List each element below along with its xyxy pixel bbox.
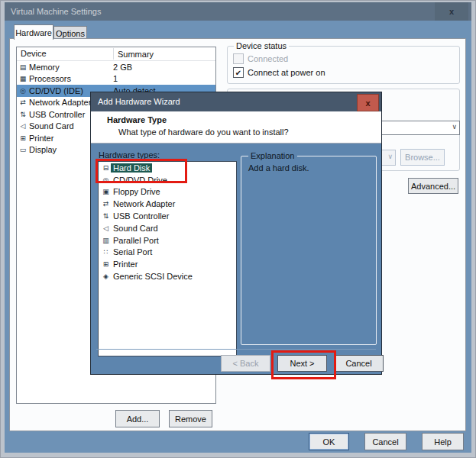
add-device-button[interactable]: Add... [115,410,160,427]
hardware-type-label: Generic SCSI Device [111,272,195,281]
add-hardware-wizard-dialog: Add Hardware Wizard x Hardware Type What… [90,92,382,375]
wizard-cancel-button[interactable]: Cancel [334,355,384,372]
hardware-type-label: Network Adapter [111,199,177,208]
device-list-header[interactable]: Device Summary [17,47,215,61]
annotation-box-next [271,350,336,379]
hardware-type-label: Sound Card [111,224,160,233]
back-button: < Back [221,355,270,372]
ok-button[interactable]: OK [309,433,349,450]
window-title: Virtual Machine Settings [11,2,101,21]
list-item[interactable]: ⇄Network Adapter [99,198,236,210]
device-status-label: Device status [234,41,289,50]
hardware-type-label: Floppy Drive [111,187,163,196]
remove-device-button[interactable]: Remove [169,410,212,427]
device-name: Memory [28,63,108,72]
hardware-type-label: USB Controller [111,211,171,221]
list-item[interactable]: ◈Generic SCSI Device [99,270,236,282]
wizard-header: Hardware Type What type of hardware do y… [91,111,381,144]
browse-button: Browse... [400,149,445,166]
column-header-summary[interactable]: Summary [114,50,215,59]
hardware-type-label: Printer [111,260,140,269]
disabled-combobox: ∨ [381,150,396,166]
explanation-label: Explanation [248,151,297,160]
usb-icon: ⇅ [101,212,111,220]
wizard-titlebar[interactable]: Add Hardware Wizard [91,92,381,111]
list-item[interactable]: ▣Floppy Drive [99,186,236,198]
connected-checkbox-row[interactable]: Connected [233,53,288,64]
list-item[interactable]: ▥Parallel Port [99,234,236,247]
explanation-group: Explanation Add a hard disk. [241,156,377,345]
hardware-type-label: Parallel Port [111,236,161,245]
chevron-down-icon[interactable]: ∨ [452,123,457,131]
window-titlebar[interactable]: Virtual Machine Settings x [5,2,471,21]
device-status-group: Device status Connected Connect at power… [227,46,460,84]
processor-icon: ▦ [18,75,28,82]
hardware-type-label: Serial Port [111,247,154,256]
network-adapter-icon: ⇄ [101,200,111,208]
list-item[interactable]: ⊞Printer [99,258,236,270]
wizard-header-subtitle: What type of hardware do you want to ins… [118,127,289,137]
connect-power-checkbox-row[interactable]: Connect at power on [233,67,325,78]
cd-dvd-icon: ◎ [18,87,28,95]
connected-checkbox-label: Connected [248,54,288,63]
column-header-device[interactable]: Device [17,48,114,60]
connect-power-checkbox-label: Connect at power on [248,68,325,77]
tab-hardware[interactable]: Hardware [14,24,53,40]
connected-checkbox[interactable] [233,53,244,64]
parallel-port-icon: ▥ [101,237,111,244]
printer-icon: ⊞ [18,134,28,142]
device-name: Processors [28,74,108,83]
generic-scsi-icon: ◈ [101,273,111,280]
list-item[interactable]: ⇅USB Controller [99,210,236,222]
memory-icon: ▤ [18,63,28,71]
annotation-box-hard-disk [96,159,187,183]
device-summary: 2 GB [108,63,215,72]
connection-combobox[interactable]: ∨ [369,121,460,135]
list-item[interactable]: ◁Sound Card [99,222,236,234]
virtual-machine-settings-window: Virtual Machine Settings x Hardware Opti… [0,0,476,458]
usb-icon: ⇅ [18,111,28,118]
hardware-types-list[interactable]: ⊟Hard Disk◎CD/DVD Drive▣Floppy Drive⇄Net… [98,161,237,356]
display-icon: ▭ [18,146,28,153]
help-button[interactable]: Help [422,433,464,450]
floppy-drive-icon: ▣ [101,188,111,195]
device-summary: 1 [108,74,215,83]
wizard-separator [96,349,376,350]
advanced-button[interactable]: Advanced... [408,178,458,194]
wizard-header-title: Hardware Type [107,115,167,124]
cancel-button[interactable]: Cancel [364,433,406,450]
wizard-close-icon[interactable]: x [357,94,379,111]
explanation-text: Add a hard disk. [248,163,309,173]
window-close-icon[interactable]: x [435,2,468,21]
connect-power-checkbox[interactable] [233,67,244,78]
list-item[interactable]: ∷Serial Port [99,247,236,259]
network-adapter-icon: ⇄ [18,98,28,106]
table-row[interactable]: ▦Processors1 [17,73,215,85]
sound-icon: ◁ [18,122,28,130]
table-row[interactable]: ▤Memory2 GB [17,61,215,73]
chevron-down-icon: ∨ [387,153,393,160]
printer-icon: ⊞ [101,260,111,268]
serial-port-icon: ∷ [101,248,111,256]
sound-icon: ◁ [101,224,111,232]
